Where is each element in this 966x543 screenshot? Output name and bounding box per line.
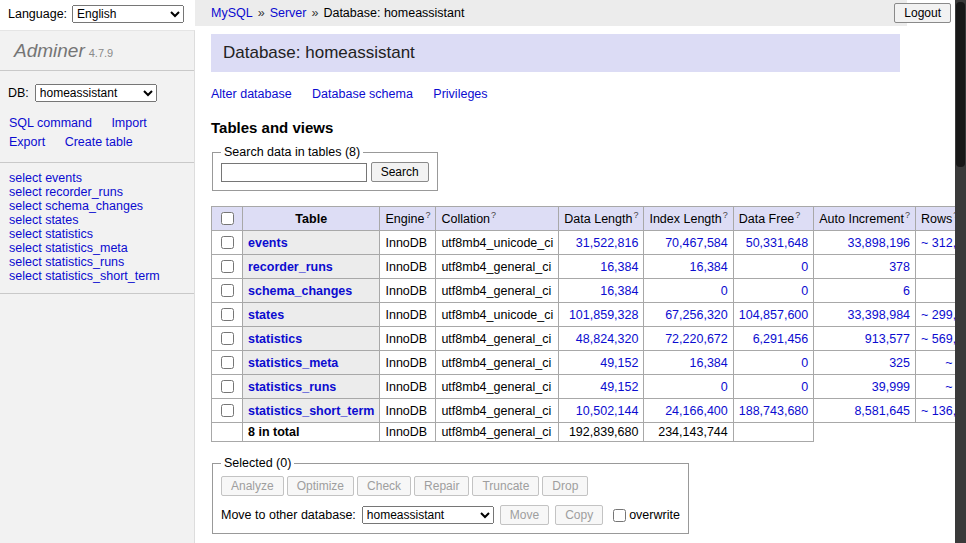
row-checkbox[interactable] [221, 260, 234, 273]
data-free-link[interactable]: 0 [801, 356, 808, 370]
auto-increment-link[interactable]: 325 [889, 356, 910, 370]
scrollbar-thumb[interactable] [956, 2, 965, 167]
move-db-select[interactable]: homeassistant [362, 506, 494, 524]
help-link[interactable]: ? [633, 210, 638, 220]
table-name-link[interactable]: statistics [248, 332, 302, 346]
index-length-link[interactable]: 0 [721, 380, 728, 394]
rows-link[interactable]: ~ 312,180 [921, 236, 955, 250]
table-name-link[interactable]: statistics_runs [248, 380, 336, 394]
move-button[interactable]: Move [500, 505, 549, 525]
data-length-link[interactable]: 10,502,144 [576, 404, 639, 418]
row-checkbox[interactable] [221, 404, 234, 417]
table-name-link[interactable]: statistics_meta [248, 356, 338, 370]
rows-link[interactable]: ~ 628 [945, 380, 955, 394]
data-free-link[interactable]: 0 [801, 284, 808, 298]
index-length-link[interactable]: 0 [721, 284, 728, 298]
db-select[interactable]: homeassistant [35, 84, 157, 102]
index-length-link[interactable]: 70,467,584 [665, 236, 728, 250]
import-link[interactable]: Import [111, 116, 146, 130]
privileges-link[interactable]: Privileges [433, 87, 487, 101]
help-link[interactable]: ? [491, 210, 496, 220]
help-link[interactable]: ? [795, 210, 800, 220]
data-length-link[interactable]: 49,152 [600, 356, 638, 370]
rows-link[interactable]: ~ 569,159 [921, 332, 955, 346]
vertical-scrollbar[interactable] [955, 0, 966, 543]
table-name-link[interactable]: states [248, 308, 284, 322]
table-name-link[interactable]: events [248, 236, 288, 250]
sidebar-table-link[interactable]: select statistics_short_term [9, 269, 185, 283]
auto-increment-link[interactable]: 39,999 [872, 380, 910, 394]
index-length-link[interactable]: 72,220,672 [665, 332, 728, 346]
alter-database-link[interactable]: Alter database [211, 87, 292, 101]
auto-increment-link[interactable]: 6 [903, 284, 910, 298]
data-free-link[interactable]: 0 [801, 260, 808, 274]
sidebar-table-link[interactable]: select states [9, 213, 185, 227]
sidebar-create-table-link[interactable]: Create table [65, 135, 133, 149]
data-length-link[interactable]: 16,384 [600, 260, 638, 274]
logout-button[interactable]: Logout [894, 3, 951, 23]
copy-button[interactable]: Copy [555, 505, 603, 525]
data-length-link[interactable]: 48,824,320 [576, 332, 639, 346]
help-link[interactable]: ? [425, 210, 430, 220]
table-name-cell: recorder_runs [243, 255, 380, 279]
sidebar-table-link[interactable]: select events [9, 171, 185, 185]
sidebar-table-link[interactable]: select recorder_runs [9, 185, 185, 199]
optimize-button[interactable]: Optimize [287, 476, 354, 496]
row-checkbox[interactable] [221, 380, 234, 393]
export-link[interactable]: Export [9, 135, 45, 149]
rows-link[interactable]: ~ 299,833 [921, 308, 955, 322]
rows-link[interactable]: ~ 244 [945, 356, 955, 370]
search-input[interactable] [221, 163, 367, 182]
data-length-link[interactable]: 31,522,816 [576, 236, 639, 250]
data-free-link[interactable]: 188,743,680 [739, 404, 809, 418]
sidebar-table-link[interactable]: select statistics [9, 227, 185, 241]
auto-increment-link[interactable]: 8,581,645 [854, 404, 910, 418]
auto-increment-link[interactable]: 33,398,984 [847, 308, 910, 322]
index-length-link[interactable]: 16,384 [690, 356, 728, 370]
select-all-checkbox[interactable] [221, 212, 234, 225]
auto-increment-link[interactable]: 33,898,196 [847, 236, 910, 250]
row-checkbox[interactable] [221, 236, 234, 249]
row-checkbox[interactable] [221, 284, 234, 297]
table-name-link[interactable]: statistics_short_term [248, 404, 374, 418]
data-free-link[interactable]: 0 [801, 380, 808, 394]
search-button[interactable]: Search [371, 162, 429, 182]
sidebar-table-link[interactable]: select statistics_meta [9, 241, 185, 255]
row-checkbox[interactable] [221, 332, 234, 345]
analyze-button[interactable]: Analyze [221, 476, 284, 496]
auto-increment-link[interactable]: 378 [889, 260, 910, 274]
rows-cell: ~ 569,159 [916, 327, 955, 351]
data-length-link[interactable]: 16,384 [600, 284, 638, 298]
row-checkbox[interactable] [221, 356, 234, 369]
repair-button[interactable]: Repair [414, 476, 469, 496]
sidebar-table-link[interactable]: select statistics_runs [9, 255, 185, 269]
index-length-cell: 0 [644, 375, 733, 399]
breadcrumb-mysql-link[interactable]: MySQL [211, 6, 253, 20]
breadcrumb-server-link[interactable]: Server [270, 6, 307, 20]
drop-button[interactable]: Drop [542, 476, 588, 496]
sidebar-table-link[interactable]: select schema_changes [9, 199, 185, 213]
index-length-link[interactable]: 24,166,400 [665, 404, 728, 418]
table-name-link[interactable]: schema_changes [248, 284, 352, 298]
data-free-link[interactable]: 6,291,456 [753, 332, 809, 346]
language-select[interactable]: English [72, 5, 184, 23]
data-length-link[interactable]: 49,152 [600, 380, 638, 394]
index-length-link[interactable]: 16,384 [690, 260, 728, 274]
sql-command-link[interactable]: SQL command [9, 116, 92, 130]
check-button[interactable]: Check [357, 476, 411, 496]
help-link[interactable]: ? [723, 210, 728, 220]
data-length-link[interactable]: 101,859,328 [569, 308, 639, 322]
table-row: schema_changesInnoDButf8mb4_general_ci16… [212, 279, 956, 303]
row-checkbox[interactable] [221, 308, 234, 321]
auto-increment-link[interactable]: 913,577 [865, 332, 910, 346]
database-schema-link[interactable]: Database schema [312, 87, 413, 101]
overwrite-checkbox[interactable] [613, 509, 626, 522]
data-free-link[interactable]: 50,331,648 [746, 236, 809, 250]
index-length-link[interactable]: 67,256,320 [665, 308, 728, 322]
table-name-link[interactable]: recorder_runs [248, 260, 333, 274]
rows-link[interactable]: ~ 136,108 [921, 404, 955, 418]
truncate-button[interactable]: Truncate [472, 476, 539, 496]
sidebar-actions: SQL command Import Export Create table [0, 106, 194, 163]
help-link[interactable]: ? [905, 210, 910, 220]
data-free-link[interactable]: 104,857,600 [739, 308, 809, 322]
